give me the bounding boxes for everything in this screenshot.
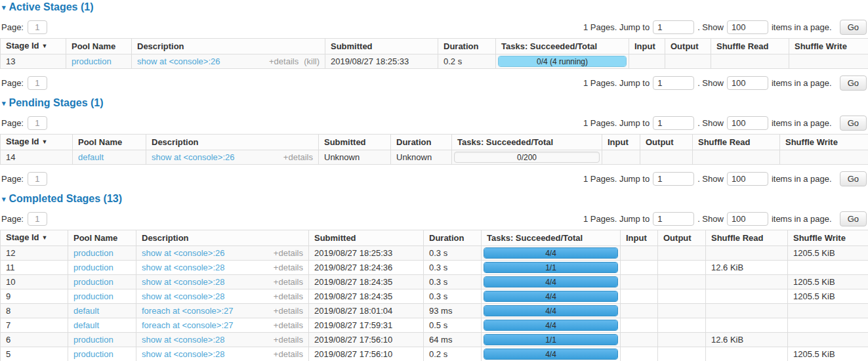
go-button[interactable]: Go xyxy=(840,116,867,131)
section-heading-active[interactable]: ▾Active Stages (1) xyxy=(2,1,866,13)
details-toggle[interactable]: +details xyxy=(274,263,303,272)
details-toggle[interactable]: +details xyxy=(283,152,313,162)
column-header[interactable]: Description xyxy=(136,230,309,246)
show-items-input[interactable] xyxy=(727,76,768,90)
description-link[interactable]: show at <console>:28 xyxy=(142,263,224,272)
pool-name-link[interactable]: default xyxy=(73,306,99,316)
cell-output xyxy=(658,275,706,289)
column-header[interactable]: Shuffle Read xyxy=(693,135,780,150)
column-header[interactable]: Pool Name xyxy=(66,39,132,54)
column-header[interactable]: Submitted xyxy=(325,39,438,54)
tasks-progress-label: 1/1 xyxy=(484,335,617,345)
tasks-progress-label: 0/4 (4 running) xyxy=(499,56,626,66)
column-header[interactable]: Shuffle Write xyxy=(780,135,868,150)
cell-shuffle-read xyxy=(706,275,788,289)
jump-to-input[interactable] xyxy=(653,76,694,90)
column-header[interactable]: Shuffle Write xyxy=(788,230,868,246)
column-header[interactable]: Submitted xyxy=(319,135,391,150)
cell-input xyxy=(621,246,658,261)
column-header[interactable]: Tasks: Succeeded/Total xyxy=(452,135,602,150)
column-header[interactable]: Shuffle Write xyxy=(789,39,868,54)
details-toggle[interactable]: +details xyxy=(274,277,303,287)
show-items-input[interactable] xyxy=(727,212,768,226)
page-number-input[interactable] xyxy=(28,172,47,186)
pool-name-link[interactable]: default xyxy=(73,320,99,330)
column-header[interactable]: Stage Id▼ xyxy=(1,135,73,150)
description-link[interactable]: foreach at <console>:27 xyxy=(142,306,234,316)
column-header[interactable]: Tasks: Succeeded/Total xyxy=(482,230,621,246)
sort-desc-icon: ▼ xyxy=(42,43,48,49)
pool-name-link[interactable]: default xyxy=(78,152,104,162)
column-header-label: Submitted xyxy=(324,137,366,147)
section-active: ▾Active Stages (1)Page:1 Pages. Jump to.… xyxy=(0,1,868,91)
page-number-input[interactable] xyxy=(28,116,47,130)
description-link[interactable]: show at <console>:28 xyxy=(142,291,224,301)
show-items-input[interactable] xyxy=(727,20,768,34)
column-header[interactable]: Input xyxy=(629,39,665,54)
pool-name-link[interactable]: production xyxy=(72,56,112,66)
description-link[interactable]: show at <console>:26 xyxy=(152,152,234,162)
details-toggle[interactable]: +details xyxy=(274,320,303,330)
pool-name-link[interactable]: production xyxy=(73,277,114,287)
pool-name-link[interactable]: production xyxy=(73,349,114,359)
details-toggle[interactable]: +details xyxy=(274,291,303,301)
column-header[interactable]: Stage Id▼ xyxy=(1,39,66,54)
description-link[interactable]: show at <console>:28 xyxy=(142,335,224,345)
column-header[interactable]: Submitted xyxy=(309,230,424,246)
column-header[interactable]: Stage Id▼ xyxy=(1,230,68,246)
section-heading-completed[interactable]: ▾Completed Stages (13) xyxy=(2,193,866,205)
column-header[interactable]: Shuffle Read xyxy=(706,230,788,246)
jump-to-input[interactable] xyxy=(653,172,694,186)
page-number-input[interactable] xyxy=(28,76,47,90)
page-number-input[interactable] xyxy=(28,212,47,226)
column-header[interactable]: Duration xyxy=(391,135,452,150)
cell-duration: 0.3 s xyxy=(424,246,482,261)
pool-name-link[interactable]: production xyxy=(73,248,114,258)
show-items-input[interactable] xyxy=(727,116,768,130)
column-header[interactable]: Input xyxy=(621,230,658,246)
jump-to-input[interactable] xyxy=(653,116,694,130)
section-heading-pending[interactable]: ▾Pending Stages (1) xyxy=(2,97,866,109)
go-button[interactable]: Go xyxy=(840,75,867,91)
description-link[interactable]: show at <console>:26 xyxy=(137,56,220,66)
pool-name-link[interactable]: production xyxy=(73,335,114,345)
cell-shuffle-read xyxy=(706,318,788,333)
details-toggle[interactable]: +details xyxy=(274,349,303,359)
column-header[interactable]: Duration xyxy=(438,39,496,54)
column-header[interactable]: Output xyxy=(640,135,693,150)
column-header[interactable]: Input xyxy=(602,135,640,150)
go-button[interactable]: Go xyxy=(840,211,867,226)
kill-link[interactable]: (kill) xyxy=(304,56,320,66)
column-header[interactable]: Tasks: Succeeded/Total xyxy=(496,39,629,54)
description-link[interactable]: show at <console>:28 xyxy=(142,277,224,287)
pages-count-text: 1 Pages. Jump to xyxy=(583,214,650,224)
cell-shuffle-write xyxy=(789,54,868,69)
go-button[interactable]: Go xyxy=(840,20,867,35)
details-toggle[interactable]: +details xyxy=(274,306,303,316)
column-header[interactable]: Output xyxy=(658,230,706,246)
description-link[interactable]: foreach at <console>:27 xyxy=(142,320,234,330)
jump-to-input[interactable] xyxy=(653,20,694,34)
cell-stage-id: 8 xyxy=(1,304,68,318)
show-items-input[interactable] xyxy=(727,172,768,186)
details-toggle[interactable]: +details xyxy=(269,56,299,66)
cell-tasks: 0/4 (4 running) xyxy=(496,54,629,69)
description-link[interactable]: show at <console>:28 xyxy=(142,349,224,359)
pagination-controls: 1 Pages. Jump to. Showitems in a page.Go xyxy=(580,75,867,91)
details-toggle[interactable]: +details xyxy=(274,335,303,345)
pool-name-link[interactable]: production xyxy=(73,263,114,272)
column-header[interactable]: Output xyxy=(665,39,711,54)
column-header[interactable]: Duration xyxy=(424,230,482,246)
details-toggle[interactable]: +details xyxy=(274,248,303,258)
pool-name-link[interactable]: production xyxy=(73,291,114,301)
page-number-input[interactable] xyxy=(28,20,47,34)
column-header[interactable]: Shuffle Read xyxy=(711,39,789,54)
description-link[interactable]: show at <console>:26 xyxy=(142,248,224,258)
column-header[interactable]: Pool Name xyxy=(68,230,136,246)
jump-to-input[interactable] xyxy=(653,212,694,226)
column-header[interactable]: Pool Name xyxy=(73,135,146,150)
cell-submitted: 2019/08/27 17:56:10 xyxy=(309,333,424,347)
column-header[interactable]: Description xyxy=(146,135,319,150)
column-header[interactable]: Description xyxy=(132,39,325,54)
go-button[interactable]: Go xyxy=(840,171,867,186)
